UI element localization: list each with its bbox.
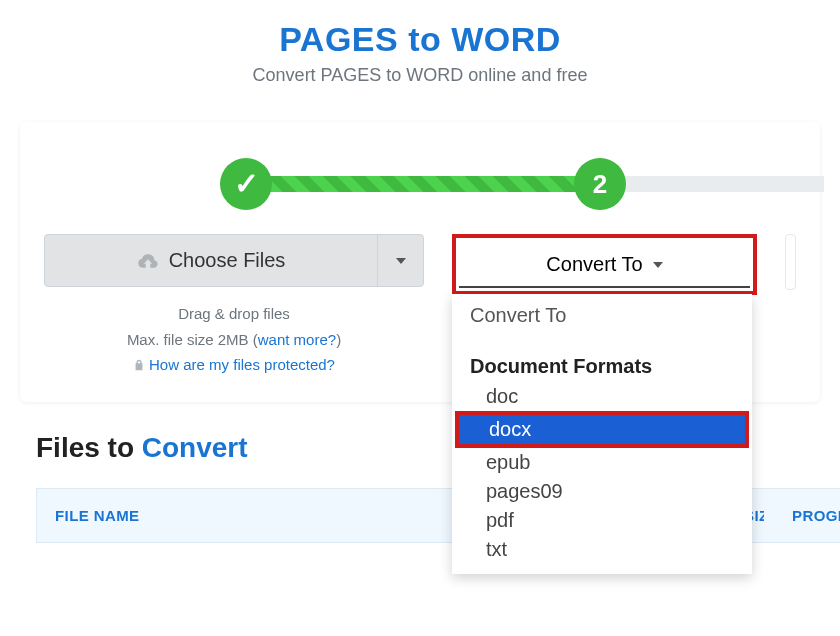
step-1-done: ✓ bbox=[220, 158, 272, 210]
page-subtitle: Convert PAGES to WORD online and free bbox=[0, 65, 840, 86]
dropdown-item-docx[interactable]: docx bbox=[459, 415, 745, 444]
dropdown-item-txt[interactable]: txt bbox=[452, 535, 752, 564]
choose-files-group: Choose Files bbox=[44, 234, 424, 287]
extra-action-button[interactable] bbox=[785, 234, 796, 290]
want-more-link[interactable]: want more? bbox=[258, 331, 336, 348]
check-icon: ✓ bbox=[234, 169, 259, 199]
drag-drop-text: Drag & drop files bbox=[44, 301, 424, 327]
step-bar-active bbox=[268, 176, 578, 192]
column-progress[interactable]: PROGRESS bbox=[792, 507, 840, 524]
progress-stepper: ✓ 2 bbox=[220, 122, 820, 234]
files-protected-link[interactable]: How are my files protected? bbox=[149, 356, 335, 373]
upload-cloud-icon bbox=[137, 252, 159, 270]
step-2-current: 2 bbox=[574, 158, 626, 210]
dropdown-group-title: Document Formats bbox=[452, 331, 752, 382]
lock-icon bbox=[133, 359, 145, 371]
chevron-down-icon bbox=[653, 262, 663, 268]
max-size-prefix: Max. file size 2MB ( bbox=[127, 331, 258, 348]
dropdown-item-epub[interactable]: epub bbox=[452, 448, 752, 477]
choose-helper-text: Drag & drop files Max. file size 2MB (wa… bbox=[44, 301, 424, 378]
page-title: PAGES to WORD bbox=[0, 20, 840, 59]
highlight-selected-option: docx bbox=[455, 411, 749, 448]
convert-to-label: Convert To bbox=[546, 253, 642, 276]
dropdown-header: Convert To bbox=[452, 294, 752, 331]
page-header: PAGES to WORD Convert PAGES to WORD onli… bbox=[0, 0, 840, 86]
dropdown-item-pages09[interactable]: pages09 bbox=[452, 477, 752, 506]
step-bar-pending bbox=[622, 176, 824, 192]
converter-card: ✓ 2 Choose Files Drag & drop files Max. … bbox=[20, 122, 820, 402]
step-2-label: 2 bbox=[593, 169, 607, 200]
convert-to-button[interactable]: Convert To bbox=[459, 241, 750, 288]
dropdown-item-doc[interactable]: doc bbox=[452, 382, 752, 411]
files-heading-prefix: Files to bbox=[36, 432, 142, 463]
chevron-down-icon bbox=[396, 258, 406, 264]
max-size-suffix: ) bbox=[336, 331, 341, 348]
column-file-name[interactable]: FILE NAME bbox=[55, 507, 139, 524]
choose-files-label: Choose Files bbox=[169, 249, 286, 272]
highlight-convert-button: Convert To bbox=[452, 234, 757, 295]
files-heading-accent: Convert bbox=[142, 432, 248, 463]
choose-files-button[interactable]: Choose Files bbox=[45, 235, 377, 286]
choose-files-dropdown-toggle[interactable] bbox=[377, 235, 423, 286]
dropdown-item-pdf[interactable]: pdf bbox=[452, 506, 752, 535]
convert-dropdown: Convert To Document Formats doc docx epu… bbox=[452, 294, 752, 574]
